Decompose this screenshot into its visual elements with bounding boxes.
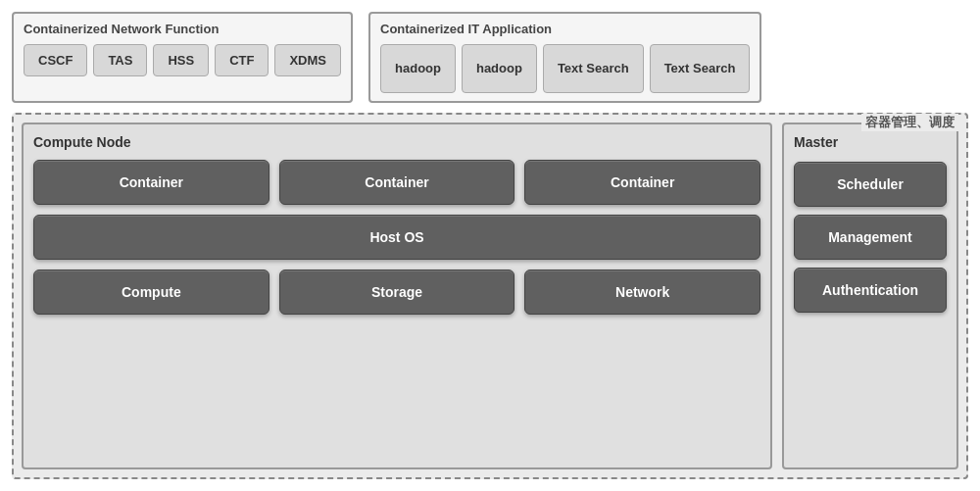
cnf-title: Containerized Network Function [24, 22, 341, 36]
host-os-row: Host OS [33, 215, 760, 260]
master-title: Master [794, 134, 947, 150]
cit-title: Containerized IT Application [380, 22, 750, 36]
page-wrapper: Containerized Network Function CSCF TAS … [0, 0, 980, 491]
cit-item-hadoop2[interactable]: hadoop [462, 44, 537, 93]
master-box: Master Scheduler Management Authenticati… [782, 123, 958, 469]
container-3[interactable]: Container [524, 160, 760, 205]
management-btn[interactable]: Management [794, 215, 947, 260]
cnf-item-cscf[interactable]: CSCF [24, 44, 87, 76]
cit-items: hadoop hadoop Text Search Text Search [380, 44, 750, 93]
network-resource[interactable]: Network [524, 270, 760, 315]
compute-node-title: Compute Node [33, 134, 760, 150]
resources-row: Compute Storage Network [33, 270, 760, 315]
section-label: 容器管理、调度 [861, 114, 958, 131]
cnf-item-ctf[interactable]: CTF [215, 44, 269, 76]
containers-row: Container Container Container [33, 160, 760, 205]
scheduler-btn[interactable]: Scheduler [794, 162, 947, 207]
cit-box: Containerized IT Application hadoop hado… [368, 12, 761, 103]
bottom-section: 容器管理、调度 Compute Node Container Container… [12, 113, 968, 479]
compute-node: Compute Node Container Container Contain… [22, 123, 772, 469]
cit-item-hadoop1[interactable]: hadoop [380, 44, 456, 93]
cnf-box: Containerized Network Function CSCF TAS … [12, 12, 353, 103]
container-2[interactable]: Container [279, 160, 515, 205]
cit-item-textsearch1[interactable]: Text Search [543, 44, 644, 93]
host-os[interactable]: Host OS [33, 215, 760, 260]
cnf-item-xdms[interactable]: XDMS [274, 44, 341, 76]
cnf-item-hss[interactable]: HSS [153, 44, 209, 76]
authentication-btn[interactable]: Authentication [794, 268, 947, 313]
storage-resource[interactable]: Storage [279, 270, 515, 315]
cit-item-textsearch2[interactable]: Text Search [650, 44, 751, 93]
compute-resource[interactable]: Compute [33, 270, 270, 315]
cnf-items: CSCF TAS HSS CTF XDMS [24, 44, 341, 76]
top-row: Containerized Network Function CSCF TAS … [12, 12, 968, 103]
container-1[interactable]: Container [33, 160, 270, 205]
cnf-item-tas[interactable]: TAS [93, 44, 147, 76]
